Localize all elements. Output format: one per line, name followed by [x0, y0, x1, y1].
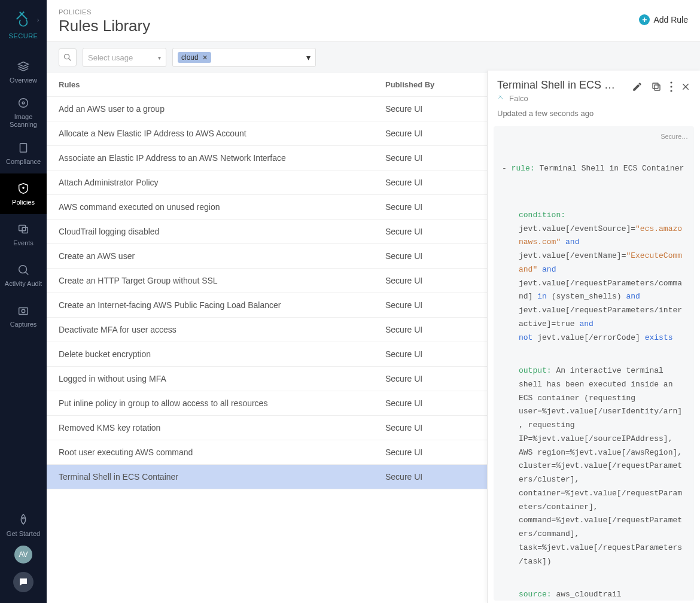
cell-rule: Create an HTTP Target Group without SSL — [47, 269, 373, 293]
remove-tag-icon[interactable]: ✕ — [202, 54, 208, 62]
avatar[interactable]: AV — [14, 546, 32, 564]
add-rule-button[interactable]: + Add Rule — [639, 8, 688, 25]
svg-point-0 — [19, 98, 28, 107]
sidebar-item-overview[interactable]: Overview — [0, 51, 47, 92]
panel-updated: Updated a few seconds ago — [488, 109, 700, 124]
copy-icon[interactable] — [651, 81, 662, 94]
sidebar-item-label: Policies — [12, 199, 35, 206]
sidebar-item-label: Image Scanning — [0, 113, 47, 129]
cell-rule: AWS command executed on unused region — [47, 195, 373, 220]
sidebar: › SECURE Overview Image Scanning Complia… — [0, 0, 47, 603]
edit-icon[interactable] — [632, 81, 643, 94]
cell-rule: Add an AWS user to a group — [47, 97, 373, 121]
filter-bar: Select usage ▾ cloud ✕ ▾ — [47, 41, 700, 73]
chevron-right-icon: › — [37, 17, 39, 23]
filter-tag: cloud ✕ — [178, 52, 211, 63]
svg-rect-6 — [19, 307, 28, 314]
sidebar-item-label: Get Started — [7, 530, 40, 537]
svg-rect-10 — [655, 85, 660, 90]
page-header: POLICIES Rules Library + Add Rule — [47, 0, 700, 41]
sidebar-item-captures[interactable]: Captures — [0, 296, 47, 336]
svg-point-9 — [65, 54, 69, 59]
sidebar-item-label: Captures — [10, 321, 37, 328]
cell-rule: Logged in without using MFA — [47, 367, 373, 391]
cell-rule: Attach Administrator Policy — [47, 170, 373, 195]
usage-select[interactable]: Select usage ▾ — [83, 48, 166, 67]
filter-tag-label: cloud — [181, 53, 199, 62]
breadcrumb: POLICIES — [59, 8, 150, 16]
sidebar-item-label: Events — [13, 239, 34, 246]
chevron-down-icon: ▾ — [158, 54, 161, 61]
cell-rule: Removed KMS key rotation — [47, 416, 373, 440]
rule-yaml: Secure… - rule: Terminal Shell in ECS Co… — [494, 126, 694, 601]
cell-rule: Delete bucket encryption — [47, 342, 373, 367]
rule-detail-panel: Terminal Shell in ECS … Falco Updated a … — [487, 71, 700, 603]
svg-point-7 — [22, 309, 25, 313]
svg-point-13 — [670, 86, 672, 87]
page-title: Rules Library — [59, 17, 150, 35]
more-icon[interactable] — [670, 81, 672, 94]
usage-placeholder: Select usage — [88, 53, 133, 62]
svg-rect-2 — [20, 144, 27, 153]
panel-engine: Falco — [509, 94, 528, 103]
sidebar-item-image-scanning[interactable]: Image Scanning — [0, 92, 47, 133]
panel-source-badge: Secure… — [661, 131, 688, 142]
sidebar-item-label: Activity Audit — [5, 280, 42, 287]
close-icon[interactable] — [681, 82, 690, 93]
svg-point-12 — [670, 81, 672, 83]
svg-point-1 — [22, 102, 25, 104]
cell-rule: Deactivate MFA for user access — [47, 318, 373, 342]
plus-icon: + — [639, 14, 650, 25]
sidebar-item-activity-audit[interactable]: Activity Audit — [0, 255, 47, 296]
cell-rule: Terminal Shell in ECS Container — [47, 465, 373, 489]
cell-rule: Create an AWS user — [47, 244, 373, 269]
svg-point-5 — [19, 266, 27, 273]
cell-rule: Associate an Elastic IP Address to an AW… — [47, 146, 373, 170]
sidebar-item-label: Overview — [10, 77, 37, 84]
svg-rect-4 — [22, 227, 28, 233]
cell-rule: Root user executing AWS command — [47, 440, 373, 465]
svg-point-14 — [670, 90, 672, 92]
add-rule-label: Add Rule — [653, 15, 688, 25]
cell-rule: Allocate a New Elastic IP Address to AWS… — [47, 121, 373, 146]
sidebar-item-compliance[interactable]: Compliance — [0, 133, 47, 173]
cell-rule: Put inline policy in group to allow acce… — [47, 391, 373, 416]
col-rules[interactable]: Rules — [47, 73, 373, 97]
brand-switcher[interactable]: › SECURE — [9, 10, 38, 39]
panel-title: Terminal Shell in ECS … — [497, 79, 627, 92]
sidebar-item-get-started[interactable]: Get Started — [0, 513, 47, 537]
svg-rect-11 — [653, 83, 658, 89]
sidebar-item-events[interactable]: Events — [0, 214, 47, 255]
brand-label: SECURE — [9, 32, 38, 39]
chevron-down-icon: ▾ — [306, 53, 311, 62]
cell-rule: Create an Internet-facing AWS Public Fac… — [47, 293, 373, 318]
svg-point-8 — [23, 517, 25, 519]
falco-icon — [497, 95, 506, 103]
sidebar-item-policies[interactable]: Policies — [0, 173, 47, 214]
cell-rule: CloudTrail logging disabled — [47, 220, 373, 244]
sidebar-item-label: Compliance — [6, 158, 41, 165]
search-button[interactable] — [59, 48, 77, 66]
chat-icon[interactable] — [13, 572, 34, 592]
tag-select[interactable]: cloud ✕ ▾ — [172, 48, 316, 67]
